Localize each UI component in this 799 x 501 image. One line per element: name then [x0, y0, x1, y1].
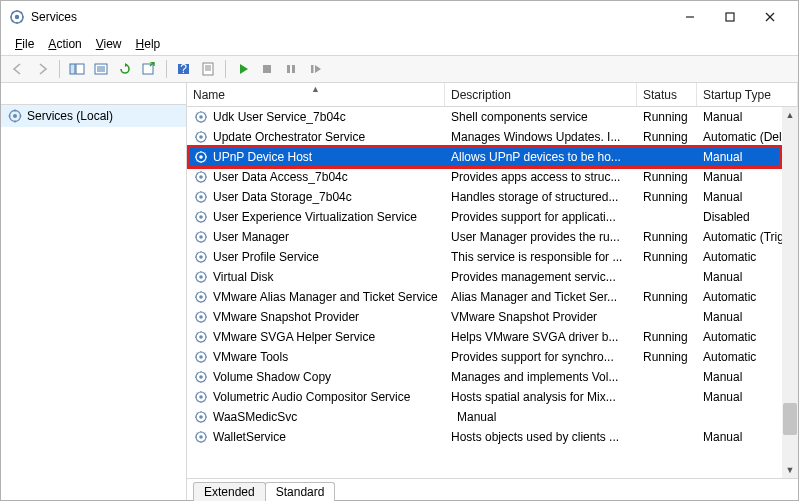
service-row[interactable]: Update Orchestrator ServiceManages Windo… [187, 127, 798, 147]
service-gear-icon [193, 329, 209, 345]
tab-standard[interactable]: Standard [265, 482, 336, 501]
cell-name: VMware Tools [187, 349, 445, 365]
service-gear-icon [193, 349, 209, 365]
column-header-name[interactable]: Name▲ [187, 83, 445, 106]
svg-point-52 [199, 375, 203, 379]
sort-asc-icon: ▲ [311, 84, 320, 94]
svg-point-30 [199, 155, 203, 159]
service-name-text: WalletService [213, 430, 286, 444]
service-name-text: VMware Snapshot Provider [213, 310, 359, 324]
scroll-down-button[interactable]: ▼ [782, 462, 798, 478]
svg-point-24 [13, 114, 17, 118]
service-row[interactable]: User Data Storage_7b04cHandles storage o… [187, 187, 798, 207]
service-row[interactable]: VMware Alias Manager and Ticket ServiceA… [187, 287, 798, 307]
cell-name: UPnP Device Host [187, 149, 445, 165]
service-row[interactable]: VMware SVGA Helper ServiceHelps VMware S… [187, 327, 798, 347]
menu-help[interactable]: Help [130, 37, 167, 51]
svg-point-48 [199, 335, 203, 339]
properties-button[interactable] [90, 58, 112, 80]
tree-item-label: Services (Local) [27, 109, 113, 123]
svg-point-26 [199, 115, 203, 119]
tab-extended[interactable]: Extended [193, 482, 266, 501]
column-header-description[interactable]: Description [445, 83, 637, 106]
forward-button[interactable] [31, 58, 53, 80]
column-header-startup[interactable]: Startup Type [697, 83, 798, 106]
back-button[interactable] [7, 58, 29, 80]
cell-status: Running [637, 330, 697, 344]
help-button[interactable]: ? [173, 58, 195, 80]
cell-name: User Manager [187, 229, 445, 245]
toolbar: ? [1, 55, 798, 83]
properties-sheet-button[interactable] [197, 58, 219, 80]
service-row[interactable]: VMware ToolsProvides support for synchro… [187, 347, 798, 367]
cell-status: Running [637, 250, 697, 264]
svg-point-42 [199, 275, 203, 279]
service-gear-icon [193, 109, 209, 125]
pause-service-button[interactable] [280, 58, 302, 80]
cell-description: This service is responsible for ... [445, 250, 637, 264]
export-list-button[interactable] [138, 58, 160, 80]
cell-status: Running [637, 290, 697, 304]
service-row[interactable]: User Data Access_7b04cProvides apps acce… [187, 167, 798, 187]
list-pane: Name▲ Description Status Startup Type Ud… [187, 83, 798, 500]
scroll-thumb[interactable] [783, 403, 797, 435]
service-row[interactable]: VMware Snapshot ProviderVMware Snapshot … [187, 307, 798, 327]
cell-name: User Profile Service [187, 249, 445, 265]
service-row[interactable]: Virtual DiskProvides management servic..… [187, 267, 798, 287]
cell-description: Provides apps access to struc... [445, 170, 637, 184]
menu-file[interactable]: File [9, 37, 40, 51]
service-row[interactable]: User Experience Virtualization ServicePr… [187, 207, 798, 227]
service-row[interactable]: UPnP Device HostAllows UPnP devices to b… [187, 147, 798, 167]
service-list[interactable]: Udk User Service_7b04cShell components s… [187, 107, 798, 478]
tree-item-services-local[interactable]: Services (Local) [1, 105, 186, 127]
close-button[interactable] [750, 3, 790, 31]
restart-service-button[interactable] [304, 58, 326, 80]
service-row[interactable]: Volume Shadow CopyManages and implements… [187, 367, 798, 387]
svg-point-1 [15, 15, 19, 19]
minimize-button[interactable] [670, 3, 710, 31]
svg-point-34 [199, 195, 203, 199]
service-row[interactable]: Udk User Service_7b04cShell components s… [187, 107, 798, 127]
service-row[interactable]: Volumetric Audio Compositor ServiceHosts… [187, 387, 798, 407]
cell-status: Running [637, 110, 697, 124]
cell-description: Manages and implements Vol... [445, 370, 637, 384]
service-row[interactable]: User ManagerUser Manager provides the ru… [187, 227, 798, 247]
service-name-text: VMware Alias Manager and Ticket Service [213, 290, 438, 304]
service-name-text: Update Orchestrator Service [213, 130, 365, 144]
service-name-text: Volumetric Audio Compositor Service [213, 390, 410, 404]
refresh-button[interactable] [114, 58, 136, 80]
maximize-button[interactable] [710, 3, 750, 31]
service-name-text: Virtual Disk [213, 270, 273, 284]
cell-description: Provides support for applicati... [445, 210, 637, 224]
menu-view[interactable]: View [90, 37, 128, 51]
column-header-status[interactable]: Status [637, 83, 697, 106]
cell-name: VMware SVGA Helper Service [187, 329, 445, 345]
cell-status: Running [637, 190, 697, 204]
stop-service-button[interactable] [256, 58, 278, 80]
service-gear-icon [193, 209, 209, 225]
svg-rect-3 [726, 13, 734, 21]
cell-name: WalletService [187, 429, 445, 445]
start-service-button[interactable] [232, 58, 254, 80]
cell-name: WaaSMedicSvc [187, 409, 445, 425]
svg-rect-7 [76, 64, 84, 74]
service-name-text: VMware SVGA Helper Service [213, 330, 375, 344]
service-gear-icon [193, 169, 209, 185]
cell-name: User Data Access_7b04c [187, 169, 445, 185]
svg-rect-12 [143, 64, 153, 74]
service-row[interactable]: User Profile ServiceThis service is resp… [187, 247, 798, 267]
vertical-scrollbar[interactable]: ▲ ▼ [782, 107, 798, 478]
show-hide-tree-button[interactable] [66, 58, 88, 80]
service-row[interactable]: WalletServiceHosts objects used by clien… [187, 427, 798, 447]
service-row[interactable]: WaaSMedicSvcManual [187, 407, 798, 427]
svg-text:?: ? [180, 62, 187, 76]
service-gear-icon [193, 229, 209, 245]
service-name-text: Udk User Service_7b04c [213, 110, 346, 124]
column-headers: Name▲ Description Status Startup Type [187, 83, 798, 107]
scroll-track[interactable] [782, 123, 798, 462]
cell-description: Allows UPnP devices to be ho... [445, 150, 637, 164]
scroll-up-button[interactable]: ▲ [782, 107, 798, 123]
body: Services (Local) Name▲ Description Statu… [1, 83, 798, 500]
menu-action[interactable]: Action [42, 37, 87, 51]
cell-status: Running [637, 230, 697, 244]
